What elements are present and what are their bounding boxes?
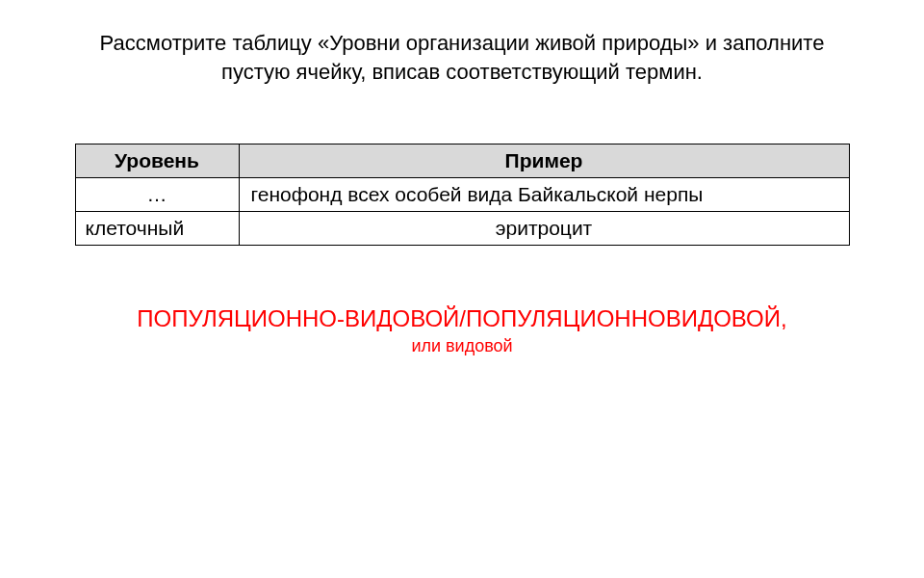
header-level: Уровень	[75, 144, 239, 178]
cell-level-1: клеточный	[75, 212, 239, 246]
answer-block: ПОПУЛЯЦИОННО-ВИДОВОЙ/ПОПУЛЯЦИОННОВИДОВОЙ…	[53, 303, 871, 357]
answer-line2: или видовой	[53, 334, 871, 358]
header-example: Пример	[239, 144, 849, 178]
cell-level-0: …	[75, 178, 239, 212]
cell-example-1: эритроцит	[239, 212, 849, 246]
levels-table: Уровень Пример … генофонд всех особей ви…	[75, 144, 850, 246]
instruction-line2: пустую ячейку, вписав соответствующий те…	[221, 60, 703, 84]
instruction-line1: Рассмотрите таблицу «Уровни организации …	[100, 31, 825, 55]
table-container: Уровень Пример … генофонд всех особей ви…	[75, 144, 850, 246]
answer-line1: ПОПУЛЯЦИОННО-ВИДОВОЙ/ПОПУЛЯЦИОННОВИДОВОЙ…	[53, 303, 871, 333]
table-header-row: Уровень Пример	[75, 144, 849, 178]
cell-example-0: генофонд всех особей вида Байкальской не…	[239, 178, 849, 212]
instruction-text: Рассмотрите таблицу «Уровни организации …	[53, 29, 871, 86]
table-row: клеточный эритроцит	[75, 212, 849, 246]
table-row: … генофонд всех особей вида Байкальской …	[75, 178, 849, 212]
